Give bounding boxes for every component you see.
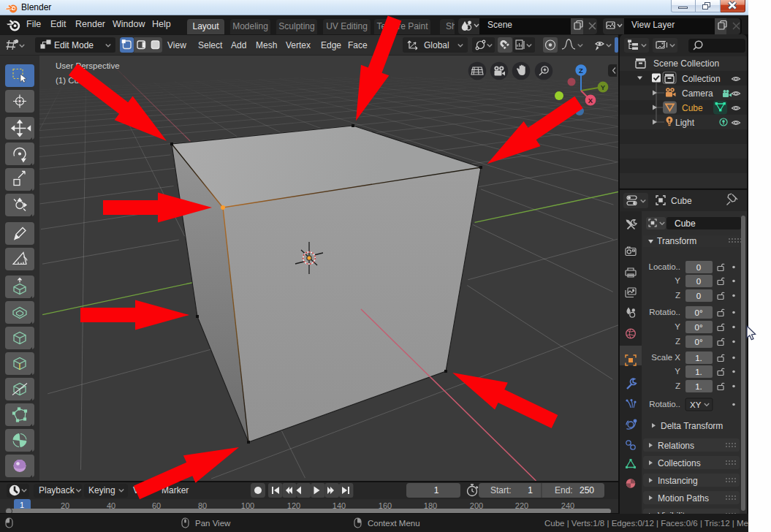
svg-text:X: X bbox=[588, 96, 593, 104]
svg-text:Collections: Collections bbox=[658, 458, 701, 468]
svg-text:Z: Z bbox=[579, 66, 583, 75]
svg-text:Locatio..: Locatio.. bbox=[649, 262, 680, 271]
svg-text:Y: Y bbox=[675, 276, 680, 285]
svg-text:Z: Z bbox=[675, 291, 680, 300]
svg-text:Rotatio..: Rotatio.. bbox=[649, 308, 680, 316]
svg-text:Relations: Relations bbox=[658, 441, 694, 451]
svg-text:View: View bbox=[167, 40, 186, 50]
svg-text:Pan View: Pan View bbox=[195, 519, 231, 528]
svg-text:250: 250 bbox=[580, 485, 594, 495]
svg-text:Add: Add bbox=[231, 40, 246, 50]
svg-text:Global: Global bbox=[424, 40, 449, 50]
svg-text:0°: 0° bbox=[695, 323, 703, 332]
svg-text:Face: Face bbox=[348, 40, 368, 50]
svg-text:Edit Mode: Edit Mode bbox=[54, 40, 94, 50]
svg-text:Z: Z bbox=[675, 337, 680, 346]
svg-text:Start:: Start: bbox=[490, 485, 512, 495]
svg-text:1.: 1. bbox=[695, 382, 702, 391]
svg-text:Cube: Cube bbox=[682, 103, 703, 113]
svg-text:Mesh: Mesh bbox=[256, 40, 277, 50]
svg-text:View: View bbox=[133, 485, 152, 495]
svg-text:0°: 0° bbox=[695, 308, 703, 317]
svg-text:Context Menu: Context Menu bbox=[368, 519, 420, 528]
svg-text:Light: Light bbox=[675, 118, 695, 128]
svg-text:XY: XY bbox=[690, 400, 702, 409]
svg-text:Edge: Edge bbox=[321, 40, 341, 50]
svg-text:0: 0 bbox=[696, 277, 701, 286]
svg-text:Motion Paths: Motion Paths bbox=[658, 493, 709, 503]
svg-text:Select: Select bbox=[198, 40, 223, 50]
svg-text:Delta Transform: Delta Transform bbox=[661, 421, 723, 431]
svg-text:End:: End: bbox=[555, 485, 573, 495]
svg-text:Y: Y bbox=[601, 83, 606, 91]
svg-text:Instancing: Instancing bbox=[658, 476, 698, 486]
svg-text:Y: Y bbox=[675, 367, 680, 376]
svg-text:1.: 1. bbox=[695, 354, 702, 362]
svg-text:0°: 0° bbox=[695, 338, 703, 346]
svg-text:Cube | Verts:1/8 | Edges:0/12: Cube | Verts:1/8 | Edges:0/12 | Faces:0/… bbox=[544, 519, 748, 528]
svg-text:Marker: Marker bbox=[162, 485, 189, 495]
svg-text:Playback: Playback bbox=[39, 485, 75, 495]
svg-text:Z: Z bbox=[675, 381, 680, 390]
svg-text:Transform: Transform bbox=[657, 236, 696, 246]
svg-text:1: 1 bbox=[528, 485, 533, 495]
svg-text:Collection: Collection bbox=[682, 74, 721, 84]
svg-text:Scale X: Scale X bbox=[651, 353, 680, 362]
svg-text:Keying: Keying bbox=[88, 485, 115, 495]
svg-text:1.: 1. bbox=[695, 368, 702, 376]
svg-text:Y: Y bbox=[675, 322, 680, 331]
svg-text:Camera: Camera bbox=[682, 88, 713, 99]
svg-text:0: 0 bbox=[696, 292, 701, 300]
svg-text:Rotatio..: Rotatio.. bbox=[649, 400, 680, 408]
svg-text:0: 0 bbox=[696, 263, 701, 272]
svg-text:Cube: Cube bbox=[671, 196, 692, 206]
svg-text:1: 1 bbox=[434, 485, 439, 495]
svg-text:Cube: Cube bbox=[675, 218, 696, 229]
svg-text:Vertex: Vertex bbox=[286, 40, 311, 50]
svg-text:1: 1 bbox=[20, 501, 24, 509]
svg-text:Scene Collection: Scene Collection bbox=[653, 58, 719, 69]
